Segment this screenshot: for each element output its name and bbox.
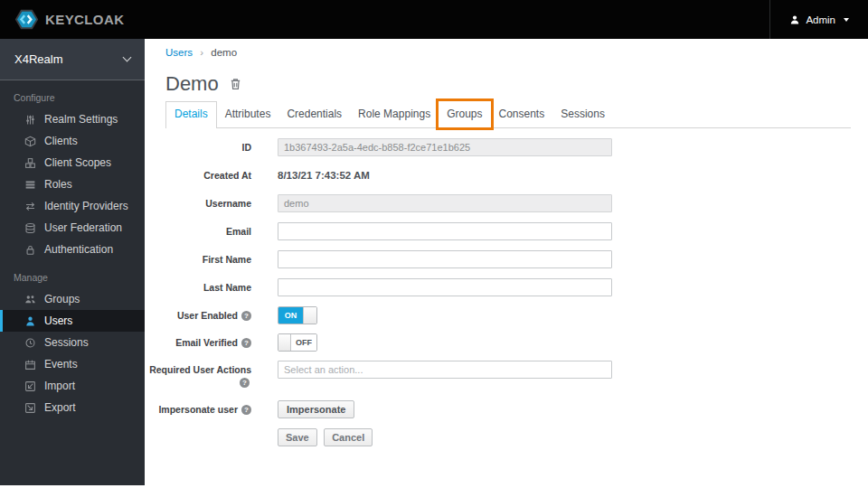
field-label: ID xyxy=(242,142,252,153)
sidebar-item-realm-settings[interactable]: Realm Settings xyxy=(0,108,145,130)
cubes-icon xyxy=(24,157,36,169)
exchange-icon xyxy=(24,201,36,212)
breadcrumb-separator: › xyxy=(200,47,203,58)
sidebar-item-label: Events xyxy=(44,358,78,371)
form-row: Email Verified ? OFF xyxy=(165,333,612,352)
sidebar-item-label: Identity Providers xyxy=(44,200,128,212)
page-title-text: Demo xyxy=(165,72,219,96)
list-icon xyxy=(24,179,36,191)
database-icon xyxy=(24,222,36,234)
tab-bar: Details Attributes Credentials Role Mapp… xyxy=(165,101,851,128)
field-label: Username xyxy=(205,198,251,209)
person-icon xyxy=(789,14,800,24)
nav-section-configure: Configure xyxy=(0,80,145,108)
sliders-icon xyxy=(24,114,36,126)
sidebar-item-clients[interactable]: Clients xyxy=(0,130,145,152)
export-icon xyxy=(24,402,36,414)
sidebar-item-label: Users xyxy=(44,314,72,327)
cube-icon xyxy=(24,136,36,147)
sidebar-item-label: Roles xyxy=(44,178,72,191)
chevron-down-icon xyxy=(123,53,132,62)
form-row: Required User Actions ? xyxy=(165,361,612,388)
breadcrumb: Users › demo xyxy=(165,47,237,58)
sidebar-item-events[interactable]: Events xyxy=(0,353,145,375)
realm-selector[interactable]: X4Realm xyxy=(0,39,145,80)
form-row: Impersonate user ? Impersonate xyxy=(165,400,612,418)
users-group-icon xyxy=(24,294,36,305)
keycloak-logo[interactable]: KEYCLOAK xyxy=(0,0,124,39)
toggle-knob xyxy=(303,307,316,324)
app-header: KEYCLOAK Admin xyxy=(0,0,868,39)
tab-consents[interactable]: Consents xyxy=(491,101,553,127)
user-menu-label: Admin xyxy=(806,14,835,25)
last-name-field[interactable] xyxy=(278,278,612,296)
sidebar-item-roles[interactable]: Roles xyxy=(0,174,145,195)
field-label: Required User Actions xyxy=(149,364,251,375)
first-name-field[interactable] xyxy=(278,250,612,268)
user-enabled-toggle[interactable]: ON xyxy=(278,306,317,324)
help-icon: ? xyxy=(241,338,251,348)
field-label: First Name xyxy=(203,254,251,265)
sidebar-item-import[interactable]: Import xyxy=(0,375,145,397)
page-title: Demo xyxy=(165,72,242,96)
help-icon: ? xyxy=(241,311,251,321)
save-button[interactable]: Save xyxy=(278,428,317,446)
toggle-on-label: ON xyxy=(278,307,303,324)
help-icon: ? xyxy=(241,405,251,415)
sidebar-item-user-federation[interactable]: User Federation xyxy=(0,217,145,239)
sidebar-item-label: Clients xyxy=(44,135,78,147)
breadcrumb-current: demo xyxy=(211,47,237,58)
form-actions: Save Cancel xyxy=(165,428,612,446)
field-label: Created At xyxy=(203,170,251,181)
sidebar-item-label: Groups xyxy=(44,293,80,305)
email-verified-toggle[interactable]: OFF xyxy=(278,333,317,352)
sidebar-item-label: Client Scopes xyxy=(44,156,111,169)
sidebar-item-label: Export xyxy=(44,401,76,414)
user-details-form: ID Created At 8/13/21 7:43:52 AM Usernam… xyxy=(165,138,612,456)
toggle-off-label: OFF xyxy=(291,334,316,351)
sidebar-item-authentication[interactable]: Authentication xyxy=(0,239,145,260)
sidebar-item-identity-providers[interactable]: Identity Providers xyxy=(0,195,145,217)
tab-attributes[interactable]: Attributes xyxy=(217,101,279,127)
sidebar-item-label: User Federation xyxy=(44,221,122,234)
tab-sessions[interactable]: Sessions xyxy=(552,101,613,127)
form-row: Email xyxy=(165,222,612,240)
tab-credentials[interactable]: Credentials xyxy=(278,101,350,127)
id-field xyxy=(278,138,612,156)
user-icon xyxy=(24,315,36,327)
brand-text: KEYCLOAK xyxy=(45,12,124,27)
tab-groups[interactable]: Groups xyxy=(439,101,490,127)
form-row: Created At 8/13/21 7:43:52 AM xyxy=(165,166,612,184)
sidebar-item-client-scopes[interactable]: Client Scopes xyxy=(0,152,145,174)
import-icon xyxy=(24,380,36,392)
email-field[interactable] xyxy=(278,222,612,240)
created-at-value: 8/13/21 7:43:52 AM xyxy=(278,166,370,181)
help-icon: ? xyxy=(240,378,250,388)
cancel-button[interactable]: Cancel xyxy=(324,428,373,446)
lock-icon xyxy=(24,244,36,256)
username-field xyxy=(278,194,612,212)
sidebar-item-label: Realm Settings xyxy=(44,113,118,126)
user-menu[interactable]: Admin xyxy=(769,0,868,39)
tab-details[interactable]: Details xyxy=(165,101,217,128)
field-label: User Enabled xyxy=(177,310,238,321)
field-label: Email xyxy=(226,226,251,237)
impersonate-button[interactable]: Impersonate xyxy=(278,400,354,418)
keycloak-logo-icon xyxy=(14,8,39,31)
form-row: First Name xyxy=(165,250,612,268)
chevron-down-icon xyxy=(844,18,849,22)
sidebar-item-sessions[interactable]: Sessions xyxy=(0,332,145,353)
sidebar-item-export[interactable]: Export xyxy=(0,397,145,418)
calendar-icon xyxy=(24,359,36,371)
tab-role-mappings[interactable]: Role Mappings xyxy=(350,101,439,127)
breadcrumb-users-link[interactable]: Users xyxy=(165,47,193,58)
sidebar-item-groups[interactable]: Groups xyxy=(0,288,145,310)
sidebar-item-label: Import xyxy=(44,380,75,392)
nav-section-manage: Manage xyxy=(0,260,145,288)
trash-icon[interactable] xyxy=(229,77,242,91)
field-label: Email Verified xyxy=(175,337,238,348)
form-row: ID xyxy=(165,138,612,156)
required-actions-select[interactable] xyxy=(278,361,612,379)
sidebar-item-users[interactable]: Users xyxy=(0,310,145,332)
sidebar-item-label: Authentication xyxy=(44,243,113,256)
